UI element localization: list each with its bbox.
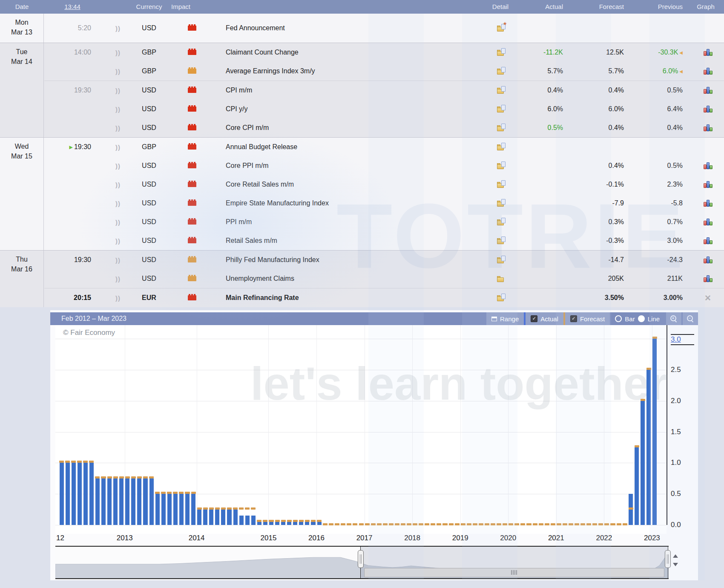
navigator-left-handle[interactable]: [358, 550, 364, 568]
close-chart-icon[interactable]: ✕: [704, 293, 711, 303]
gridline-horizontal: [55, 463, 667, 463]
event-name: PPI m/m: [226, 213, 464, 231]
graph-icon-bar-red: [704, 108, 707, 112]
detail-folder-icon[interactable]: [497, 257, 505, 264]
speaker-icon: )): [112, 175, 124, 194]
actual-value: [524, 194, 563, 213]
forecast-toggle[interactable]: ✓ Forecast: [565, 312, 610, 325]
impact-cell: [187, 194, 197, 213]
calendar-row[interactable]: ▶19:30))GBPAnnual Budget Release: [44, 138, 724, 156]
detail-folder-icon[interactable]: [497, 181, 505, 188]
detail-folder-icon[interactable]: [497, 106, 505, 113]
graph-icon[interactable]: [704, 162, 713, 169]
line-radio[interactable]: [638, 315, 645, 322]
detail-folder-icon[interactable]: [497, 219, 505, 226]
chart-navigator[interactable]: [55, 546, 669, 579]
calendar-row[interactable]: ))USDPPI m/m0.3%0.7%: [44, 213, 724, 231]
graph-icon[interactable]: [704, 237, 713, 244]
impact-red-icon: [188, 125, 196, 130]
graph-icon[interactable]: [704, 219, 713, 225]
calendar-row[interactable]: ))USDEmpire State Manufacturing Index-7.…: [44, 194, 724, 213]
range-button[interactable]: Range: [486, 312, 524, 325]
chart-panel: Feb 2012 – Mar 2023 Range ✓ Actual ✓ For…: [50, 310, 698, 580]
calendar-row[interactable]: ))USDCore PPI m/m0.4%0.5%: [44, 156, 724, 175]
forecast-cap: [623, 523, 627, 525]
calendar-row[interactable]: ))USDUnemployment Claims205K211K: [44, 269, 724, 288]
calendar-row[interactable]: ))USDCPI y/y6.0%6.0%6.4%: [44, 100, 724, 118]
y-axis-tick: 0.5: [671, 489, 694, 499]
detail-folder-icon[interactable]: [497, 144, 505, 151]
detail-folder-icon[interactable]: [497, 200, 505, 207]
graph-icon[interactable]: [704, 275, 713, 282]
actual-toggle[interactable]: ✓ Actual: [526, 312, 563, 325]
calendar-row[interactable]: 19:30))USDPhilly Fed Manufacturing Index…: [44, 251, 724, 269]
impact-red-icon: [188, 107, 196, 112]
current-time-link[interactable]: 13:44: [51, 0, 94, 14]
impact-orange-icon: [188, 257, 196, 262]
calendar-row[interactable]: 20:15))EURMain Refinancing Rate3.50%3.00…: [44, 288, 724, 307]
graph-icon[interactable]: [704, 181, 713, 188]
event-time: 20:15: [44, 288, 91, 307]
graph-icon[interactable]: [704, 49, 713, 56]
graph-icon[interactable]: [704, 68, 713, 75]
calendar-row[interactable]: ))USDCore CPI m/m0.5%0.4%0.4%: [44, 118, 724, 137]
calendar-row[interactable]: ))USDRetail Sales m/m-0.3%3.0%: [44, 231, 724, 250]
zoom-out-button[interactable]: −: [683, 312, 698, 325]
graph-icon[interactable]: [704, 124, 713, 131]
forecast-value: 6.0%: [579, 100, 624, 118]
forecast-cap: [557, 523, 561, 525]
scrollbar-grip-icon[interactable]: [511, 570, 517, 575]
navigator-down-arrow[interactable]: [673, 563, 678, 566]
detail-folder-icon[interactable]: [497, 162, 505, 170]
detail-folder-icon[interactable]: [497, 87, 505, 94]
day-label: Thu: [0, 254, 43, 264]
rate-bar: [89, 463, 94, 525]
detail-folder-icon[interactable]: [497, 275, 505, 282]
forecast-value: 0.4%: [579, 118, 624, 137]
graph-icon-bar-blue: [707, 257, 710, 263]
navigator-scrollbar[interactable]: [364, 568, 664, 577]
bar-radio[interactable]: [615, 315, 622, 322]
forecast-cap: [257, 520, 261, 522]
calendar-row[interactable]: ))GBPAverage Earnings Index 3m/y5.7%5.7%…: [44, 62, 724, 81]
forecast-cap: [646, 368, 651, 370]
rate-bar: [263, 522, 267, 525]
graph-icon-bar-red: [704, 202, 707, 207]
detail-folder-icon[interactable]: [497, 294, 505, 302]
calendar-row[interactable]: 14:00))GBPClaimant Count Change-11.2K12.…: [44, 43, 724, 62]
forecast-cap: [71, 461, 76, 463]
navigator-selected-range[interactable]: [360, 547, 668, 578]
graph-cell: [698, 213, 717, 231]
graph-icon[interactable]: [704, 257, 713, 263]
graph-cell: [698, 14, 717, 43]
zoom-in-button[interactable]: +: [666, 312, 681, 325]
forecast-cap: [377, 523, 382, 525]
forecast-value: [579, 138, 624, 156]
gridline-vertical: [412, 325, 413, 525]
forecast-cap: [371, 523, 376, 525]
event-name: Average Earnings Index 3m/y: [226, 62, 464, 81]
detail-folder-icon[interactable]: [497, 237, 505, 245]
forecast-value: 0.4%: [579, 156, 624, 175]
navigator-right-handle[interactable]: [665, 550, 671, 568]
graph-icon[interactable]: [704, 106, 713, 112]
currency-label: USD: [128, 156, 170, 175]
checkbox-checked-icon[interactable]: ✓: [531, 315, 537, 322]
detail-folder-icon[interactable]: [497, 68, 505, 75]
navigator-up-arrow[interactable]: [673, 554, 678, 558]
detail-folder-icon[interactable]: ★: [497, 25, 505, 32]
calendar-row[interactable]: 19:30))USDCPI m/m0.4%0.4%0.5%: [44, 81, 724, 100]
rate-bar: [66, 463, 70, 525]
graph-icon[interactable]: [704, 87, 713, 94]
graph-icon[interactable]: [704, 200, 713, 207]
calendar-row[interactable]: ))USDCore Retail Sales m/m-0.1%2.3%: [44, 175, 724, 194]
rate-bar: [161, 494, 166, 525]
calendar-row[interactable]: 5:20))USDFed Announcement★: [44, 14, 724, 43]
forecast-cap: [509, 523, 513, 525]
event-name: Retail Sales m/m: [226, 231, 464, 250]
rate-bar: [179, 494, 184, 525]
checkbox-checked-icon[interactable]: ✓: [570, 315, 577, 322]
detail-folder-icon[interactable]: [497, 49, 505, 56]
detail-folder-icon[interactable]: [497, 124, 505, 132]
calendar-header: Date 13:44 Currency Impact Detail Actual…: [0, 0, 724, 14]
